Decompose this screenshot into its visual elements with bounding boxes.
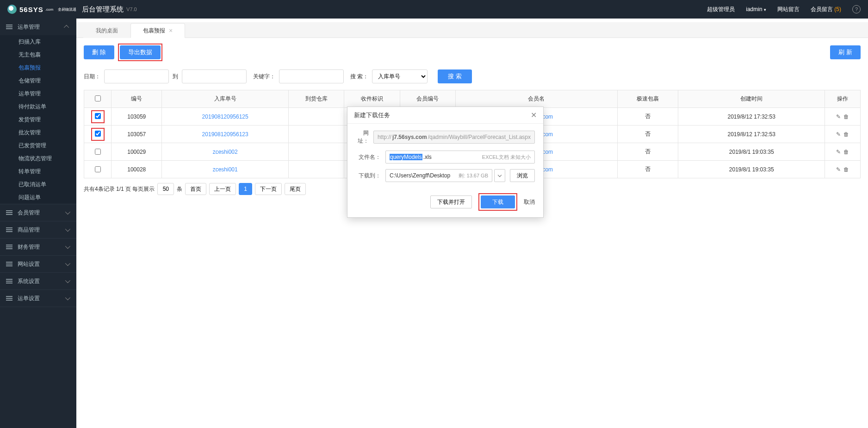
order-link[interactable]: 201908120956123 (202, 131, 248, 138)
version-label: V7.0 (126, 6, 137, 12)
edit-icon[interactable]: ✎ (836, 131, 841, 138)
pager-summary: 共有4条记录 1/1 页 每页展示 (84, 185, 155, 193)
main-content: 我的桌面包裹预报× 删 除 导出数据 刷 新 日期： 到 关键字： 搜 索： 入… (76, 19, 868, 428)
search-button[interactable]: 搜 索 (438, 69, 472, 83)
pager-last[interactable]: 尾页 (285, 183, 306, 195)
stack-icon (6, 278, 13, 284)
help-icon[interactable]: ? (852, 5, 861, 13)
path-label: 下载到： (356, 172, 381, 180)
role-label: 超级管理员 (707, 6, 735, 13)
menu-3[interactable]: 财务管理 (0, 239, 76, 255)
path-dropdown-icon[interactable] (494, 169, 505, 182)
col-order: 入库单号 (162, 90, 288, 108)
download-button[interactable]: 下载 (481, 195, 515, 208)
to-label: 到 (173, 73, 178, 81)
svg-rect-18 (6, 296, 12, 297)
cancel-link[interactable]: 取消 (524, 198, 535, 206)
file-icon (6, 24, 13, 30)
menu-2[interactable]: 商品管理 (0, 221, 76, 238)
row-checkbox[interactable] (95, 131, 101, 137)
select-all-checkbox[interactable] (95, 95, 101, 101)
sidebar-item-6[interactable]: 发货管理 (0, 113, 76, 126)
sidebar-item-10[interactable]: 转单管理 (0, 165, 76, 178)
sidebar-item-7[interactable]: 批次管理 (0, 126, 76, 139)
edit-icon[interactable]: ✎ (836, 113, 841, 120)
sidebar-item-8[interactable]: 已发货管理 (0, 139, 76, 152)
pager-current[interactable]: 1 (239, 183, 252, 195)
delete-icon[interactable]: 🗑 (843, 113, 849, 120)
row-checkbox[interactable] (95, 149, 101, 155)
refresh-button[interactable]: 刷 新 (830, 45, 861, 59)
tab-1[interactable]: 包裹预报× (130, 23, 185, 38)
wallet-icon (6, 244, 13, 250)
delete-icon[interactable]: 🗑 (843, 149, 849, 155)
menu-5[interactable]: 系统设置 (0, 273, 76, 290)
sidebar-item-11[interactable]: 已取消运单 (0, 178, 76, 191)
svg-rect-20 (6, 300, 12, 301)
url-input[interactable]: http://j7.56sys.com/qadmin/Waybill/Parce… (373, 131, 535, 144)
dialog-close-icon[interactable]: ✕ (531, 111, 537, 120)
table-header-row: 编号 入库单号 到货仓库 收件标识 会员编号 会员名 极速包裹 创建时间 操作 (84, 90, 861, 108)
svg-rect-0 (6, 25, 12, 25)
col-id: 编号 (112, 90, 162, 108)
action-bar: 删 除 导出数据 刷 新 (84, 44, 861, 61)
sidebar-item-5[interactable]: 待付款运单 (0, 100, 76, 113)
logo-domain: .com (45, 7, 53, 12)
col-op: 操作 (825, 90, 861, 108)
sidebar-item-1[interactable]: 无主包裹 (0, 48, 76, 61)
edit-icon[interactable]: ✎ (836, 149, 841, 155)
svg-rect-10 (6, 246, 12, 247)
date-label: 日期： (84, 73, 100, 81)
edit-icon[interactable]: ✎ (836, 166, 841, 173)
menu-0[interactable]: 运单管理 (0, 19, 76, 35)
download-open-button[interactable]: 下载并打开 (430, 195, 472, 208)
search-bar: 日期： 到 关键字： 搜 索： 入库单号 搜 索 (84, 69, 861, 83)
search-by-select[interactable]: 入库单号 (372, 69, 428, 83)
menu-6[interactable]: 运单设置 (0, 290, 76, 307)
tab-0[interactable]: 我的桌面 (83, 23, 130, 38)
logo-icon (7, 5, 17, 14)
sidebar-item-4[interactable]: 运单管理 (0, 87, 76, 100)
tab-close-icon[interactable]: × (169, 27, 173, 34)
date-to-input[interactable] (182, 69, 247, 83)
menu-4[interactable]: 网站设置 (0, 256, 76, 272)
pagesize-input[interactable] (157, 183, 174, 195)
user-icon (6, 227, 13, 233)
sidebar-item-9[interactable]: 物流状态管理 (0, 152, 76, 165)
svg-rect-13 (6, 264, 12, 264)
chevron-icon (65, 209, 70, 214)
keyword-input[interactable] (279, 69, 344, 83)
svg-rect-8 (6, 231, 12, 232)
svg-rect-14 (6, 265, 12, 266)
user-dropdown[interactable]: iadmin ▾ (746, 6, 766, 13)
menu-1[interactable]: 会员管理 (0, 204, 76, 221)
search-by-label: 搜 索： (350, 73, 368, 81)
sidebar-item-0[interactable]: 扫描入库 (0, 35, 76, 48)
sidebar-item-12[interactable]: 问题运单 (0, 191, 76, 204)
pager-next[interactable]: 下一页 (255, 183, 282, 195)
filename-input[interactable]: queryModels.xls EXCEL文档 未知大小 (385, 151, 535, 164)
site-msg-link[interactable]: 网站留言 (777, 6, 800, 13)
row-checkbox[interactable] (95, 113, 101, 119)
svg-rect-16 (6, 281, 12, 282)
order-link[interactable]: 201908120956125 (202, 113, 248, 120)
export-button[interactable]: 导出数据 (120, 45, 161, 59)
pager-first[interactable]: 首页 (185, 183, 206, 195)
sidebar-item-2[interactable]: 包裹预报 (0, 61, 76, 74)
delete-icon[interactable]: 🗑 (843, 131, 849, 138)
order-link[interactable]: zceshi001 (213, 166, 238, 173)
delete-button[interactable]: 删 除 (84, 45, 114, 59)
date-from-input[interactable] (104, 69, 169, 83)
order-link[interactable]: zceshi002 (213, 149, 238, 155)
pager-prev[interactable]: 上一页 (209, 183, 236, 195)
dialog-header: 新建下载任务 ✕ (347, 107, 543, 124)
svg-rect-6 (6, 227, 12, 228)
filename-label: 文件名： (356, 153, 381, 161)
member-msg-link[interactable]: 会员留言 (5) (811, 6, 841, 13)
delete-icon[interactable]: 🗑 (843, 166, 849, 173)
sidebar-item-3[interactable]: 仓储管理 (0, 74, 76, 87)
row-checkbox[interactable] (95, 166, 101, 172)
browse-button[interactable]: 浏览 (510, 169, 535, 182)
path-input[interactable]: C:\Users\Zengff\Desktop 剩: 13.67 GB (385, 169, 492, 182)
svg-rect-5 (6, 214, 12, 215)
